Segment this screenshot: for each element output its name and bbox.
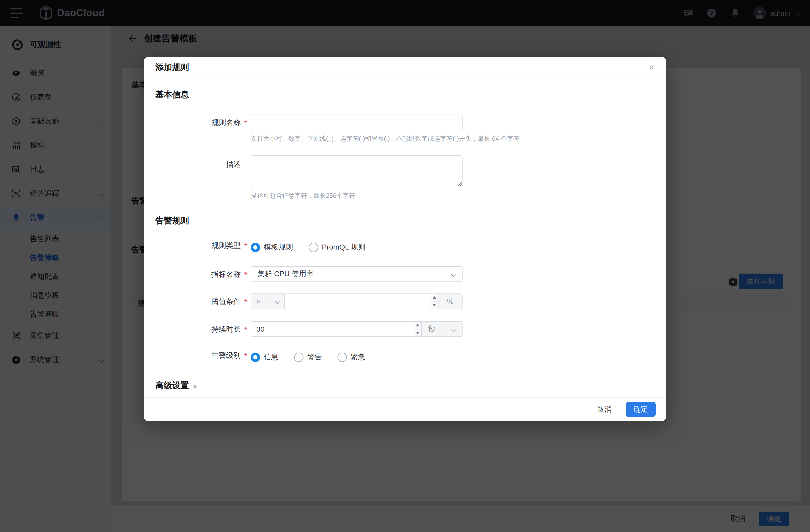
modal-confirm-button[interactable]: 确定: [626, 402, 655, 417]
radio-level-critical[interactable]: 紧急: [338, 353, 365, 362]
field-rule-type: 规则类型 * 模板规则 PromQL 规则: [156, 239, 654, 253]
description-textarea[interactable]: [250, 155, 463, 187]
modal-section-basic: 基本信息: [156, 89, 654, 100]
spinner-down-button[interactable]: [414, 329, 421, 336]
modal-header: 添加规则 ×: [144, 57, 666, 79]
required-asterisk: *: [241, 115, 250, 131]
rule-type-label: 规则类型: [156, 239, 241, 251]
threshold-label: 阈值条件: [156, 294, 241, 309]
advanced-settings-toggle[interactable]: 高级设置: [156, 380, 654, 391]
duration-value-input[interactable]: 30: [251, 322, 421, 336]
caret-right-icon: [194, 384, 197, 389]
chevron-down-icon: [275, 299, 280, 304]
radio-template-rule[interactable]: 模板规则: [250, 243, 293, 252]
duration-spinner: [413, 322, 421, 336]
spinner-up-button[interactable]: [430, 294, 438, 302]
modal-section-rules: 告警规则: [156, 216, 654, 227]
radio-off-icon: [338, 353, 347, 362]
modal-cancel-button[interactable]: 取消: [592, 401, 617, 417]
metric-select[interactable]: 集群 CPU 使用率: [250, 266, 463, 282]
threshold-operator-select[interactable]: >: [251, 294, 285, 309]
chevron-down-icon: [451, 327, 456, 332]
required-asterisk: *: [241, 239, 250, 252]
duration-unit-select[interactable]: 秒: [421, 322, 462, 336]
field-duration: 持续时长 * 30 秒: [156, 321, 654, 338]
required-asterisk: *: [241, 349, 250, 362]
radio-level-info[interactable]: 信息: [250, 353, 278, 362]
radio-promql-rule[interactable]: PromQL 规则: [309, 243, 366, 252]
threshold-unit-percent: %: [438, 294, 462, 309]
chevron-down-icon: [451, 271, 457, 277]
modal-body: 基本信息 规则名称 * 支持大小写、数字、下划线(_)、连字符(-)和冒号(:)…: [144, 79, 666, 397]
screen: DaoCloud ? admin 可观: [0, 0, 810, 532]
add-rule-modal: 添加规则 × 基本信息 规则名称 * 支持大小写、数字、下划线(_)、连字符(-…: [144, 57, 666, 421]
modal-footer: 取消 确定: [144, 397, 666, 421]
modal-title: 添加规则: [156, 62, 189, 73]
spinner-down-button[interactable]: [430, 302, 438, 309]
required-asterisk: *: [241, 321, 250, 338]
field-threshold: 阈值条件 * > %: [156, 294, 654, 310]
close-icon[interactable]: ×: [646, 62, 657, 73]
description-label: 描述: [156, 155, 241, 169]
rule-name-label: 规则名称: [156, 115, 241, 130]
spinner-up-button[interactable]: [414, 322, 421, 329]
description-help: 描述可包含任意字符，最长256个字符: [250, 192, 355, 200]
radio-on-icon: [250, 353, 260, 362]
radio-level-warning[interactable]: 警告: [294, 353, 322, 362]
duration-label: 持续时长: [156, 321, 241, 337]
alert-level-label: 告警级别: [156, 349, 241, 361]
field-alert-level: 告警级别 * 信息 警告 紧急: [156, 349, 654, 363]
rule-name-input[interactable]: [250, 115, 463, 130]
required-asterisk: *: [241, 266, 250, 283]
radio-off-icon: [309, 243, 318, 252]
radio-on-icon: [250, 243, 260, 252]
threshold-spinner: [430, 294, 438, 309]
required-asterisk: *: [241, 294, 250, 310]
field-description: 描述 * 描述可包含任意字符，最长256个字符: [156, 155, 654, 200]
metric-name-label: 指标名称: [156, 266, 241, 282]
field-rule-name: 规则名称 * 支持大小写、数字、下划线(_)、连字符(-)和冒号(:)，不能以数…: [156, 115, 654, 143]
radio-off-icon: [294, 353, 304, 362]
field-metric-name: 指标名称 * 集群 CPU 使用率: [156, 266, 654, 283]
threshold-value-input[interactable]: [285, 294, 438, 309]
rule-name-help: 支持大小写、数字、下划线(_)、连字符(-)和冒号(:)，不能以数字或连字符(-…: [250, 134, 520, 143]
